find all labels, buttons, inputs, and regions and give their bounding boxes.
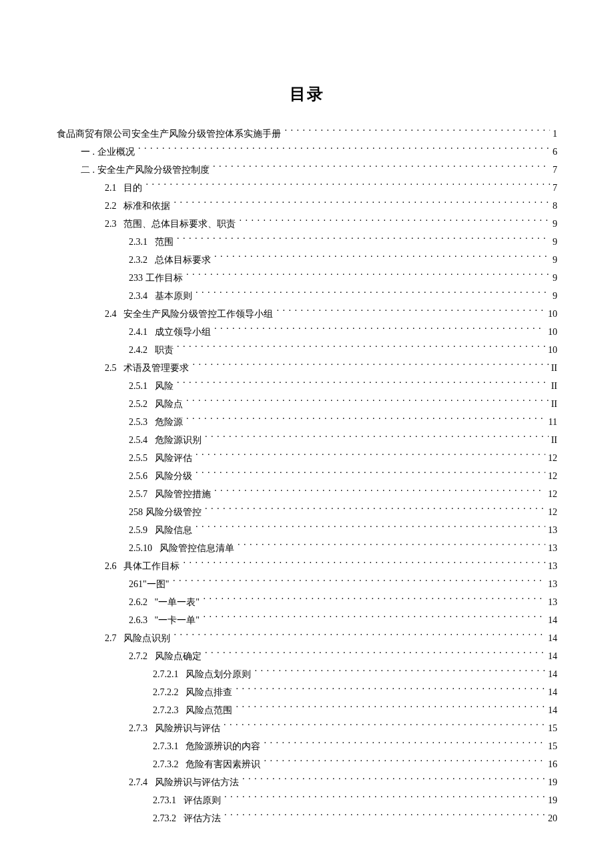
toc-entry[interactable]: 2.7.2.1 风险点划分原则 14 xyxy=(57,665,557,683)
toc-leader-dots xyxy=(277,308,546,317)
toc-entry[interactable]: 2.7.2 风险点确定 14 xyxy=(57,647,557,665)
toc-entry[interactable]: 2.7.3.2 危险有害因素辨识 16 xyxy=(57,755,557,773)
toc-entry[interactable]: 258 风险分级管控 12 xyxy=(57,503,557,521)
toc-entry[interactable]: 2.73.1 评估原则 19 xyxy=(57,791,557,809)
toc-entry-page: 15 xyxy=(547,719,557,737)
toc-entry-page: II xyxy=(550,431,557,449)
toc-leader-dots xyxy=(146,181,551,191)
toc-entry[interactable]: 2.5 术语及管理要求 II xyxy=(57,359,557,377)
toc-entry-page: 10 xyxy=(547,341,557,359)
toc-entry[interactable]: 一 . 企业概况 6 xyxy=(57,143,557,161)
toc-entry-page: 12 xyxy=(547,485,557,503)
toc-entry-page: 12 xyxy=(547,467,557,485)
toc-entry-page: 10 xyxy=(547,305,557,323)
toc-entry-label: 2.6.3 "一卡一单" xyxy=(129,611,202,629)
toc-entry[interactable]: 2.5.6 风险分级 12 xyxy=(57,467,557,485)
toc-entry-label: 2.7.3.1 危险源辨识的内容 xyxy=(153,737,263,755)
toc-leader-dots xyxy=(205,650,545,659)
toc-leader-dots xyxy=(255,668,546,677)
toc-entry[interactable]: 2.73.2 评估方法 20 xyxy=(57,809,557,827)
toc-entry-page: 9 xyxy=(551,287,557,305)
toc-leader-dots xyxy=(193,362,549,371)
toc-leader-dots xyxy=(196,524,545,533)
toc-entry-label: 2.7.2 风险点确定 xyxy=(129,647,204,665)
toc-entry-label: 2.5.3 危险源 xyxy=(129,413,185,431)
toc-entry[interactable]: 2.6.2 "一单一表" 13 xyxy=(57,593,557,611)
toc-entry-page: 8 xyxy=(551,197,557,215)
toc-entry[interactable]: 2.7.3 风险辨识与评估 15 xyxy=(57,719,557,737)
toc-entry-label: 2.5.7 风险管控措施 xyxy=(129,485,213,503)
toc-entry-page: 10 xyxy=(547,323,557,341)
toc-entry[interactable]: 2.4.2 职责 10 xyxy=(57,341,557,359)
toc-leader-dots xyxy=(242,776,545,785)
toc-entry[interactable]: 2.5.9 风险信息 13 xyxy=(57,521,557,539)
toc-leader-dots xyxy=(186,398,549,407)
toc-entry[interactable]: 2.5.1 风险 II xyxy=(57,377,557,395)
toc-entry-page: 7 xyxy=(551,161,557,179)
toc-entry[interactable]: 2.3.2 总体目标要求 9 xyxy=(57,251,557,269)
toc-entry-page: II xyxy=(550,359,557,377)
toc-entry[interactable]: 261"一图" 13 xyxy=(57,575,557,593)
toc-entry-page: 9 xyxy=(551,269,557,287)
toc-leader-dots xyxy=(203,614,545,623)
toc-entry-page: 20 xyxy=(547,809,557,827)
toc-entry-page: 11 xyxy=(547,413,557,431)
toc-entry-page: 13 xyxy=(547,539,557,557)
toc-entry-label: 2.3.2 总体目标要求 xyxy=(129,251,213,269)
toc-entry-label: 2.6.2 "一单一表" xyxy=(129,593,202,611)
toc-leader-dots xyxy=(214,254,550,263)
toc-entry[interactable]: 2.1 目的 7 xyxy=(57,179,557,197)
toc-entry[interactable]: 2.5.4 危险源识别 II xyxy=(57,431,557,449)
toc-entry-label: 一 . 企业概况 xyxy=(81,143,137,161)
toc-entry-page: 16 xyxy=(547,755,557,773)
toc-entry[interactable]: 2.7.2.3 风险点范围 14 xyxy=(57,701,557,719)
toc-entry[interactable]: 2.5.10 风险管控信息清单 13 xyxy=(57,539,557,557)
toc-entry-page: 14 xyxy=(547,701,557,719)
toc-entry-label: 233 工作目标 xyxy=(129,269,185,287)
toc-entry[interactable]: 2.3.4 基本原则 9 xyxy=(57,287,557,305)
toc-entry[interactable]: 2.7.4 风险辨识与评估方法 19 xyxy=(57,773,557,791)
toc-entry[interactable]: 2.4.1 成立领导小组 10 xyxy=(57,323,557,341)
toc-entry[interactable]: 2.5.3 危险源 11 xyxy=(57,413,557,431)
toc-leader-dots xyxy=(236,704,546,713)
toc-leader-dots xyxy=(264,758,546,767)
toc-entry[interactable]: 2.6.3 "一卡一单" 14 xyxy=(57,611,557,629)
toc-entry[interactable]: 2.2 标准和依据 8 xyxy=(57,197,557,215)
toc-entry-label: 2.7.4 风险辨识与评估方法 xyxy=(129,773,241,791)
toc-leader-dots xyxy=(196,290,550,299)
toc-entry[interactable]: 2.5.5 风险评估 12 xyxy=(57,449,557,467)
toc-entry[interactable]: 233 工作目标 9 xyxy=(57,269,557,287)
toc-leader-dots xyxy=(174,199,551,209)
toc-entry-page: II xyxy=(550,377,557,395)
toc-leader-dots xyxy=(224,794,545,803)
toc-entry-label: 2.4.1 成立领导小组 xyxy=(129,323,213,341)
toc-entry[interactable]: 2.4 安全生产风险分级管控工作领导小组 10 xyxy=(57,305,557,323)
toc-entry[interactable]: 2.6 具体工作目标 13 xyxy=(57,557,557,575)
toc-entry-label: 2.4.2 职责 xyxy=(129,341,176,359)
toc-entry-label: 2.7.2.2 风险点排查 xyxy=(153,683,235,701)
toc-leader-dots xyxy=(224,722,545,731)
toc-entry[interactable]: 2.3.1 范围 9 xyxy=(57,233,557,251)
toc-entry[interactable]: 2.3 范围、总体目标要求、职责 9 xyxy=(57,215,557,233)
toc-entry[interactable]: 食品商贸有限公司安全生产风险分级管控体系实施手册 1 xyxy=(57,125,557,143)
toc-title: 目录 xyxy=(57,83,557,105)
toc-entry-label: 2.5.5 风险评估 xyxy=(129,449,194,467)
toc-entry-label: 2.5.10 风险管控信息清单 xyxy=(129,539,236,557)
toc-entry[interactable]: 2.5.2 风险点 II xyxy=(57,395,557,413)
toc-entry-label: 2.73.1 评估原则 xyxy=(153,791,223,809)
toc-entry[interactable]: 二 . 安全生产风险分级管控制度 7 xyxy=(57,161,557,179)
toc-entry-label: 2.1 目的 xyxy=(105,179,145,197)
toc-entry-page: 7 xyxy=(551,179,557,197)
toc-entry[interactable]: 2.7.2.2 风险点排查 14 xyxy=(57,683,557,701)
toc-entry-label: 2.3.4 基本原则 xyxy=(129,287,194,305)
toc-entry-page: 6 xyxy=(551,143,557,161)
toc-leader-dots xyxy=(196,452,545,461)
toc-entry[interactable]: 2.7.3.1 危险源辨识的内容 15 xyxy=(57,737,557,755)
toc-entry-page: 9 xyxy=(551,215,557,233)
toc-entry-label: 2.5.1 风险 xyxy=(129,377,176,395)
toc-entry-page: 13 xyxy=(547,557,557,575)
toc-entry[interactable]: 2.7 风险点识别 14 xyxy=(57,629,557,647)
toc-entry-page: 14 xyxy=(547,647,557,665)
toc-entry-page: 9 xyxy=(551,251,557,269)
toc-entry[interactable]: 2.5.7 风险管控措施 12 xyxy=(57,485,557,503)
